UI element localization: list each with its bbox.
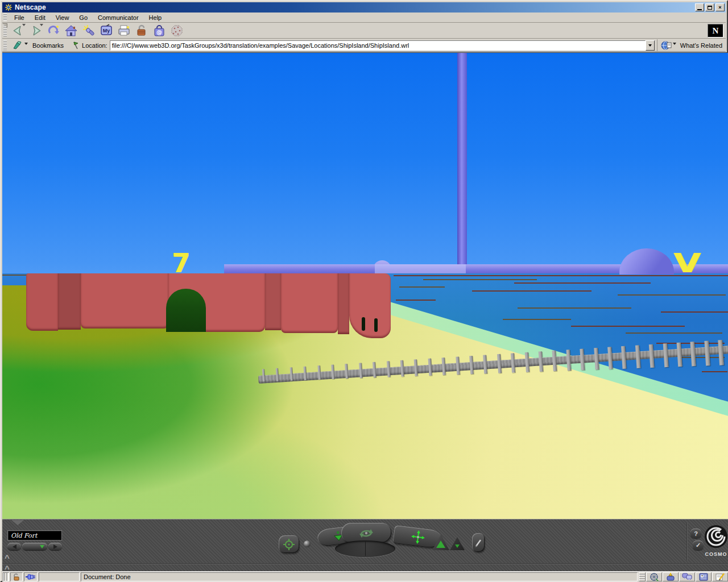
location-gripper[interactable] xyxy=(3,40,7,50)
rotate-mode-button[interactable] xyxy=(341,523,391,543)
shop-button[interactable]: @ xyxy=(150,24,168,38)
online-status-button[interactable] xyxy=(24,572,38,581)
dashboard-separator xyxy=(2,563,728,564)
scene-flagpole xyxy=(457,53,467,274)
progress-bar xyxy=(39,572,80,581)
component-bar xyxy=(638,572,728,582)
navigation-toolbar: My @ xyxy=(2,23,726,39)
search-icon xyxy=(82,24,96,38)
vrml-3d-viewport[interactable]: 7 V xyxy=(2,52,728,519)
discussions-button[interactable] xyxy=(679,572,695,581)
forward-dropdown-icon[interactable] xyxy=(40,24,43,26)
menu-edit[interactable]: Edit xyxy=(30,13,51,22)
security-button[interactable] xyxy=(133,24,150,38)
viewpoint-dropdown-icon xyxy=(40,545,44,548)
back-icon xyxy=(11,24,25,38)
cosmo-spiral-icon xyxy=(704,524,728,549)
fort-facet xyxy=(81,273,168,329)
search-button[interactable] xyxy=(80,24,97,38)
dashboard-trackpad[interactable] xyxy=(335,541,395,557)
minimize-button[interactable] xyxy=(695,3,704,11)
home-button[interactable] xyxy=(62,24,80,38)
menu-help[interactable]: Help xyxy=(144,13,167,22)
dashboard-expand-icon-2[interactable]: ^ xyxy=(5,567,10,571)
scene-horizon-tube-highlight xyxy=(375,264,466,274)
previous-viewpoint-button[interactable] xyxy=(7,543,21,550)
reload-icon xyxy=(47,24,60,38)
fort-facet xyxy=(338,273,349,334)
address-book-button[interactable] xyxy=(696,572,712,581)
whats-related-button[interactable]: What's Related xyxy=(657,39,726,51)
back-dropdown-icon[interactable] xyxy=(22,24,26,26)
bookmarks-dropdown-icon xyxy=(24,43,28,45)
dashboard-collapse-icon[interactable] xyxy=(11,520,24,525)
url-dropdown-button[interactable] xyxy=(646,40,655,51)
fort-facet xyxy=(26,273,58,331)
menu-view[interactable]: View xyxy=(51,13,75,22)
reload-button[interactable] xyxy=(44,24,62,38)
next-arrow-icon xyxy=(53,544,57,549)
bookmarks-label[interactable]: Bookmarks xyxy=(32,42,64,49)
scene-purple-mound xyxy=(619,248,674,275)
rotate-arrows-icon xyxy=(357,527,376,539)
my-netscape-icon: My xyxy=(100,24,113,38)
fort-window-slit xyxy=(362,317,365,331)
straighten-icon xyxy=(436,541,445,548)
fort-tower xyxy=(349,273,391,338)
restore-button[interactable] xyxy=(705,3,714,11)
edit-preferences-button[interactable] xyxy=(472,533,485,552)
discussions-icon xyxy=(682,572,692,581)
dashboard-expand-icon[interactable]: ^ xyxy=(5,556,10,560)
url-dropdown-icon xyxy=(648,44,652,47)
location-icon[interactable] xyxy=(72,41,80,50)
menu-go[interactable]: Go xyxy=(74,13,93,22)
url-input[interactable]: file:///C|/www.web3D.org/TaskGroups/x3d/… xyxy=(110,40,646,51)
cosmo-logo: COSMO xyxy=(702,524,728,559)
netscape-throbber[interactable]: N xyxy=(708,24,723,38)
prev-arrow-icon xyxy=(13,544,16,549)
location-bar: Bookmarks Location: file:///C|/www.web3D… xyxy=(2,39,726,52)
fort-facet xyxy=(281,273,338,333)
navigator-wheel-icon xyxy=(649,572,659,581)
close-button[interactable]: × xyxy=(715,3,725,11)
tilt-button[interactable] xyxy=(450,537,465,550)
print-button[interactable] xyxy=(115,24,133,38)
fort-window-slit xyxy=(374,318,378,332)
mailbox-icon xyxy=(665,572,676,581)
navigator-button[interactable] xyxy=(646,572,662,581)
seek-button[interactable] xyxy=(279,535,299,553)
help-icon: ? xyxy=(694,530,698,537)
pan-arrows-icon xyxy=(411,530,426,545)
next-viewpoint-button[interactable] xyxy=(48,543,62,550)
cosmo-logo-text: COSMO xyxy=(702,551,728,557)
window-title: Netscape xyxy=(15,3,46,11)
shop-icon: @ xyxy=(152,24,166,38)
status-text: Document: Done xyxy=(84,573,131,580)
check-icon: ✓ xyxy=(696,542,701,549)
menu-file[interactable]: File xyxy=(9,13,30,22)
minimize-icon xyxy=(697,9,702,10)
scene-marker-7: 7 xyxy=(172,252,190,275)
fort-facet xyxy=(58,273,81,330)
component-bar-handle[interactable] xyxy=(639,572,646,581)
cosmo-help-button[interactable]: ? xyxy=(690,529,701,538)
security-status-button[interactable] xyxy=(10,572,23,581)
close-icon: × xyxy=(718,5,721,10)
menu-gripper[interactable] xyxy=(3,14,7,22)
viewpoint-list-button[interactable] xyxy=(22,543,47,550)
dashboard-ball[interactable] xyxy=(304,541,311,547)
location-label: Location: xyxy=(82,42,107,49)
back-button[interactable] xyxy=(9,24,27,38)
unlocked-padlock-icon xyxy=(13,573,20,581)
title-bar: Netscape × xyxy=(2,2,726,13)
forward-button[interactable] xyxy=(27,24,44,38)
netscape-window: Netscape × File Edit View Go Communicato… xyxy=(0,0,728,582)
status-message-panel: Document: Done xyxy=(81,572,638,581)
my-netscape-button[interactable]: My xyxy=(97,24,115,38)
mailbox-button[interactable] xyxy=(663,572,679,581)
stop-button[interactable] xyxy=(168,24,185,38)
fort-door xyxy=(166,289,206,332)
composer-button[interactable] xyxy=(712,572,728,581)
pencil-icon xyxy=(474,538,482,548)
menu-communicator[interactable]: Communicator xyxy=(93,13,144,22)
